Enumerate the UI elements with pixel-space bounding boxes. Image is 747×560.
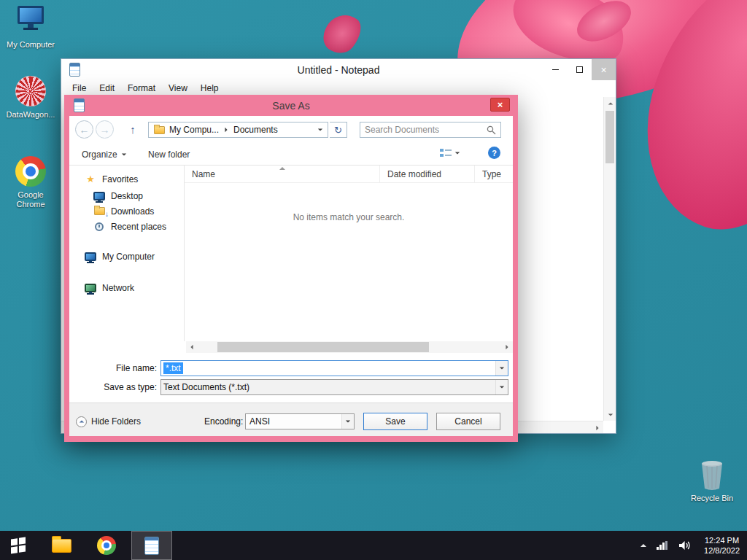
desktop-mini-icon <box>93 192 105 201</box>
desktop-icon-datawagon[interactable]: DataWagon... <box>4 76 57 120</box>
desktop-icon-google-chrome[interactable]: Google Chrome <box>4 156 57 209</box>
taskbar-file-explorer[interactable] <box>41 531 82 560</box>
folder-icon <box>52 539 71 553</box>
menu-edit[interactable]: Edit <box>93 82 121 95</box>
new-folder-button[interactable]: New folder <box>145 147 193 163</box>
sidebar-item-my-computer[interactable]: My Computer <box>69 249 184 264</box>
cancel-button[interactable]: Cancel <box>436 413 500 430</box>
chevron-down-icon <box>122 153 126 155</box>
download-arrow-icon: ↓ <box>105 210 109 218</box>
file-name-label: File name: <box>69 360 157 376</box>
recycle-bin-icon <box>700 459 724 490</box>
menu-view[interactable]: View <box>162 82 194 95</box>
network-icon[interactable] <box>657 541 668 550</box>
chrome-icon <box>15 156 46 187</box>
breadcrumb-separator-icon <box>225 128 227 132</box>
search-box[interactable] <box>360 122 501 138</box>
sort-ascending-icon <box>279 167 285 170</box>
list-horizontal-scrollbar[interactable] <box>186 341 513 353</box>
encoding-label: Encoding: <box>204 413 243 430</box>
chrome-icon <box>97 536 116 555</box>
windows-logo-icon <box>11 537 26 554</box>
chevron-down-icon[interactable] <box>495 361 508 376</box>
search-input[interactable] <box>365 125 487 135</box>
chevron-down-icon[interactable] <box>341 414 354 429</box>
desktop-icon-recycle-bin[interactable]: Recycle Bin <box>686 459 738 503</box>
dialog-titlebar: Save As × <box>69 95 513 116</box>
datawagon-icon <box>15 76 46 106</box>
list-view-icon <box>440 148 452 158</box>
file-list[interactable]: Name Date modified Type No items match y… <box>184 166 513 341</box>
column-header-type[interactable]: Type <box>475 166 513 182</box>
taskbar: 12:24 PM 12/8/2022 <box>0 531 747 560</box>
vertical-scrollbar[interactable] <box>603 97 616 421</box>
search-icon <box>487 125 496 135</box>
taskbar-chrome[interactable] <box>86 531 127 560</box>
desktop-icon-label: My Computer <box>7 40 55 50</box>
column-header-name[interactable]: Name <box>185 166 380 182</box>
breadcrumb-dropdown-icon[interactable] <box>313 122 328 137</box>
desktop-icon-my-computer[interactable]: My Computer <box>4 6 57 50</box>
navigation-pane: ★ Favorites Desktop ↓ Downloads Recen <box>69 166 184 341</box>
recent-places-icon <box>95 222 104 231</box>
sidebar-item-network[interactable]: Network <box>69 280 184 295</box>
menu-file[interactable]: File <box>66 82 93 95</box>
help-button[interactable]: ? <box>488 147 500 159</box>
my-computer-icon <box>18 6 44 36</box>
taskbar-clock[interactable]: 12:24 PM 12/8/2022 <box>701 535 740 556</box>
scroll-left-icon[interactable] <box>186 341 198 353</box>
forward-button[interactable]: → <box>96 120 114 139</box>
change-view-button[interactable] <box>440 148 460 158</box>
encoding-dropdown[interactable]: ANSI <box>245 413 355 429</box>
save-as-type-label: Save as type: <box>69 379 157 395</box>
save-as-type-dropdown[interactable]: Text Documents (*.txt) <box>160 379 508 395</box>
desktop-icon-label: DataWagon... <box>7 110 55 120</box>
breadcrumb[interactable]: My Compu... Documents <box>148 122 328 138</box>
sidebar-item-downloads[interactable]: ↓ Downloads <box>69 203 184 219</box>
refresh-button[interactable]: ↻ <box>330 122 347 138</box>
scroll-up-icon[interactable] <box>604 97 616 109</box>
volume-icon[interactable] <box>678 540 691 551</box>
taskbar-notepad-active[interactable] <box>131 531 172 560</box>
sidebar-item-recent-places[interactable]: Recent places <box>69 219 184 234</box>
chevron-down-icon[interactable] <box>495 380 508 394</box>
desktop: My Computer DataWagon... Google Chrome R… <box>0 0 747 560</box>
downloads-folder-icon <box>94 207 105 215</box>
show-hidden-icons-button[interactable] <box>640 544 646 547</box>
column-header-date-modified[interactable]: Date modified <box>380 166 475 182</box>
organize-button[interactable]: Organize <box>79 147 130 163</box>
minimize-button[interactable] <box>543 59 568 80</box>
menu-help[interactable]: Help <box>194 82 225 95</box>
back-button[interactable]: ← <box>75 120 93 139</box>
sidebar-item-favorites[interactable]: ★ Favorites <box>69 171 184 187</box>
sidebar-item-desktop[interactable]: Desktop <box>69 188 184 203</box>
encoding-value: ANSI <box>249 416 270 427</box>
clock-date: 12/8/2022 <box>704 545 740 556</box>
clock-time: 12:24 PM <box>705 535 739 545</box>
scrollbar-thumb[interactable] <box>217 342 429 352</box>
scroll-right-icon[interactable] <box>591 421 603 434</box>
computer-mini-icon <box>85 252 96 261</box>
column-headers: Name Date modified Type <box>185 166 513 183</box>
maximize-button[interactable] <box>568 59 592 80</box>
window-title: Untitled - Notepad <box>61 59 616 80</box>
save-as-type-value: Text Documents (*.txt) <box>163 382 249 392</box>
save-as-dialog: Save As × ← → ↑ My Compu... Documents ↻ <box>64 95 518 442</box>
folder-icon <box>154 126 165 134</box>
close-button[interactable]: × <box>592 59 616 80</box>
dialog-close-button[interactable]: × <box>490 98 510 112</box>
hide-folders-button[interactable]: Hide Folders <box>76 413 141 430</box>
desktop-icon-label: Google Chrome <box>4 190 57 209</box>
start-button[interactable] <box>0 531 36 560</box>
scroll-down-icon[interactable] <box>604 408 616 421</box>
save-button[interactable]: Save <box>363 413 427 430</box>
scrollbar-thumb[interactable] <box>605 111 614 163</box>
up-button[interactable]: ↑ <box>125 120 141 139</box>
breadcrumb-item-computer[interactable]: My Compu... <box>149 122 224 137</box>
menu-format[interactable]: Format <box>121 82 162 95</box>
chevron-down-icon[interactable] <box>455 152 460 154</box>
breadcrumb-item-documents[interactable]: Documents <box>228 122 283 137</box>
file-name-input[interactable]: *.txt <box>160 360 508 376</box>
scroll-right-icon[interactable] <box>501 341 513 353</box>
network-icon <box>85 284 96 292</box>
